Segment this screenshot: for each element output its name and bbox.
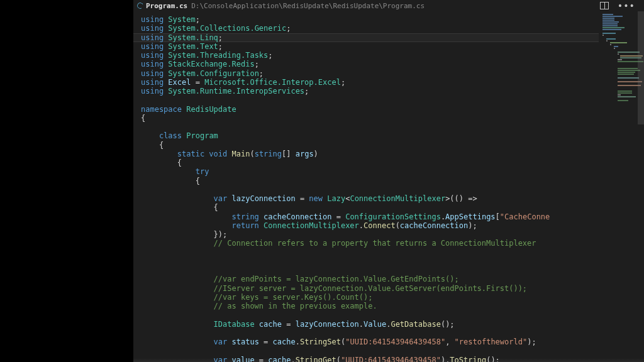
csharp-file-icon — [136, 2, 145, 10]
vertical-scrollbar[interactable] — [638, 11, 644, 362]
code-content[interactable]: using System; using System.Collections.G… — [141, 15, 599, 362]
minimap[interactable] — [601, 14, 638, 127]
editor-workspace: Program.cs D:\ConsoleApplication\RedisUp… — [133, 0, 644, 362]
bottom-edge-glow — [133, 358, 644, 362]
file-tab[interactable]: Program.cs — [137, 2, 187, 10]
title-actions: ••• — [600, 2, 640, 9]
tab-filename: Program.cs — [146, 2, 187, 10]
file-path: D:\ConsoleApplication\RedisUpdate\RedisU… — [191, 2, 425, 10]
scroll-thumb[interactable] — [638, 11, 644, 124]
split-editor-icon[interactable] — [600, 2, 609, 9]
more-actions-icon[interactable]: ••• — [618, 2, 635, 9]
tab-bar: Program.cs D:\ConsoleApplication\RedisUp… — [133, 0, 644, 11]
editor-area[interactable]: using System; using System.Collections.G… — [133, 11, 644, 362]
